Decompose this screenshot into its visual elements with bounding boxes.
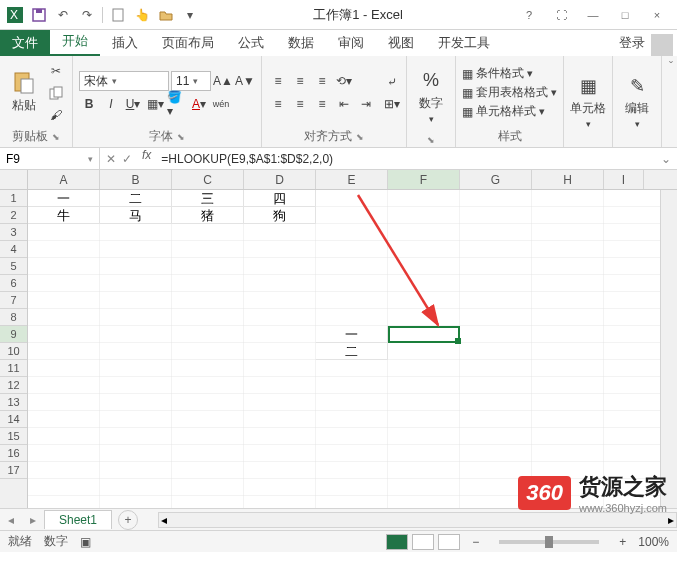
table-format-button[interactable]: ▦套用表格格式 ▾ — [462, 84, 557, 101]
macro-record-icon[interactable]: ▣ — [80, 535, 91, 549]
new-sheet-button[interactable]: + — [118, 510, 138, 530]
sheet-nav-prev-icon[interactable]: ◂ — [0, 513, 22, 527]
font-size-combo[interactable]: 11▾ — [171, 71, 211, 91]
paste-button[interactable]: 粘贴 — [6, 71, 42, 114]
align-middle-icon[interactable]: ≡ — [290, 71, 310, 91]
vertical-scrollbar[interactable] — [660, 190, 677, 508]
tab-insert[interactable]: 插入 — [100, 30, 150, 56]
col-header-A[interactable]: A — [28, 170, 100, 189]
col-header-B[interactable]: B — [100, 170, 172, 189]
col-header-H[interactable]: H — [532, 170, 604, 189]
font-name-combo[interactable]: 宋体▾ — [79, 71, 169, 91]
qat-open-icon[interactable] — [155, 4, 177, 26]
clipboard-launcher-icon[interactable]: ⬊ — [52, 132, 60, 142]
cancel-formula-icon[interactable]: ✕ — [106, 152, 116, 166]
tab-developer[interactable]: 开发工具 — [426, 30, 502, 56]
copy-icon[interactable] — [46, 83, 66, 103]
phonetic-icon[interactable]: wén — [211, 94, 231, 114]
border-icon[interactable]: ▦▾ — [145, 94, 165, 114]
indent-decrease-icon[interactable]: ⇤ — [334, 94, 354, 114]
number-launcher-icon[interactable]: ⬊ — [427, 135, 435, 145]
merge-icon[interactable]: ⊞▾ — [384, 94, 400, 114]
minimize-icon[interactable]: — — [579, 5, 607, 25]
align-right-icon[interactable]: ≡ — [312, 94, 332, 114]
cell-D2[interactable]: 狗 — [244, 207, 316, 224]
cell-grid[interactable]: 一 二 三 四 牛 马 猪 狗 一 牛 二 — [28, 190, 660, 508]
enter-formula-icon[interactable]: ✓ — [122, 152, 132, 166]
redo-icon[interactable]: ↷ — [76, 4, 98, 26]
align-bottom-icon[interactable]: ≡ — [312, 71, 332, 91]
col-header-F[interactable]: F — [388, 170, 460, 189]
bold-button[interactable]: B — [79, 94, 99, 114]
cells-button[interactable]: ▦ 单元格 ▾ — [570, 74, 606, 129]
row-header-8[interactable]: 8 — [0, 309, 27, 326]
cell-B1[interactable]: 二 — [100, 190, 172, 207]
zoom-slider[interactable] — [499, 540, 599, 544]
decrease-font-icon[interactable]: A▼ — [235, 71, 255, 91]
wrap-text-icon[interactable]: ⤶ — [384, 72, 400, 92]
formula-input[interactable]: =HLOOKUP(E9,$A$1:$D$2,2,0) ⌄ — [155, 148, 677, 169]
alignment-launcher-icon[interactable]: ⬊ — [356, 132, 364, 142]
tab-view[interactable]: 视图 — [376, 30, 426, 56]
cell-C2[interactable]: 猪 — [172, 207, 244, 224]
format-painter-icon[interactable]: 🖌 — [46, 105, 66, 125]
row-header-6[interactable]: 6 — [0, 275, 27, 292]
conditional-format-button[interactable]: ▦条件格式 ▾ — [462, 65, 557, 82]
tab-home[interactable]: 开始 — [50, 28, 100, 56]
row-header-17[interactable]: 17 — [0, 462, 27, 479]
row-header-9[interactable]: 9 — [0, 326, 27, 343]
tab-review[interactable]: 审阅 — [326, 30, 376, 56]
avatar-icon[interactable] — [651, 34, 673, 56]
number-format-button[interactable]: % 数字 ▾ — [413, 69, 449, 124]
zoom-out-icon[interactable]: − — [472, 535, 479, 549]
editing-button[interactable]: ✎ 编辑 ▾ — [619, 74, 655, 129]
select-all-corner[interactable] — [0, 170, 28, 189]
align-top-icon[interactable]: ≡ — [268, 71, 288, 91]
row-header-16[interactable]: 16 — [0, 445, 27, 462]
row-header-2[interactable]: 2 — [0, 207, 27, 224]
increase-font-icon[interactable]: A▲ — [213, 71, 233, 91]
row-header-13[interactable]: 13 — [0, 394, 27, 411]
indent-increase-icon[interactable]: ⇥ — [356, 94, 376, 114]
cut-icon[interactable]: ✂ — [46, 61, 66, 81]
ribbon-options-icon[interactable]: ⛶ — [547, 5, 575, 25]
row-header-14[interactable]: 14 — [0, 411, 27, 428]
expand-formula-icon[interactable]: ⌄ — [661, 152, 671, 166]
help-icon[interactable]: ? — [515, 5, 543, 25]
cell-E9[interactable]: 一 — [316, 326, 388, 343]
font-color-icon[interactable]: A▾ — [189, 94, 209, 114]
row-header-7[interactable]: 7 — [0, 292, 27, 309]
view-pagebreak-icon[interactable] — [438, 534, 460, 550]
close-icon[interactable]: × — [643, 5, 671, 25]
view-normal-icon[interactable] — [386, 534, 408, 550]
font-launcher-icon[interactable]: ⬊ — [177, 132, 185, 142]
cell-F9[interactable]: 牛 — [388, 326, 460, 343]
col-header-G[interactable]: G — [460, 170, 532, 189]
cell-E10[interactable]: 二 — [316, 343, 388, 360]
underline-button[interactable]: U▾ — [123, 94, 143, 114]
row-header-11[interactable]: 11 — [0, 360, 27, 377]
tab-file[interactable]: 文件 — [0, 30, 50, 56]
qat-new-icon[interactable] — [107, 4, 129, 26]
col-header-E[interactable]: E — [316, 170, 388, 189]
cell-A2[interactable]: 牛 — [28, 207, 100, 224]
align-left-icon[interactable]: ≡ — [268, 94, 288, 114]
horizontal-scrollbar[interactable]: ◂▸ — [158, 512, 677, 528]
undo-icon[interactable]: ↶ — [52, 4, 74, 26]
fx-icon[interactable]: fx — [138, 148, 155, 169]
row-header-5[interactable]: 5 — [0, 258, 27, 275]
row-header-4[interactable]: 4 — [0, 241, 27, 258]
zoom-level[interactable]: 100% — [638, 535, 669, 549]
cell-B2[interactable]: 马 — [100, 207, 172, 224]
view-layout-icon[interactable] — [412, 534, 434, 550]
cell-C1[interactable]: 三 — [172, 190, 244, 207]
cell-styles-button[interactable]: ▦单元格样式 ▾ — [462, 103, 557, 120]
row-header-3[interactable]: 3 — [0, 224, 27, 241]
cell-D1[interactable]: 四 — [244, 190, 316, 207]
col-header-I[interactable]: I — [604, 170, 644, 189]
fill-color-icon[interactable]: 🪣▾ — [167, 94, 187, 114]
name-box[interactable]: F9▾ — [0, 148, 100, 169]
row-header-1[interactable]: 1 — [0, 190, 27, 207]
orientation-icon[interactable]: ⟲▾ — [334, 71, 354, 91]
save-icon[interactable] — [28, 4, 50, 26]
